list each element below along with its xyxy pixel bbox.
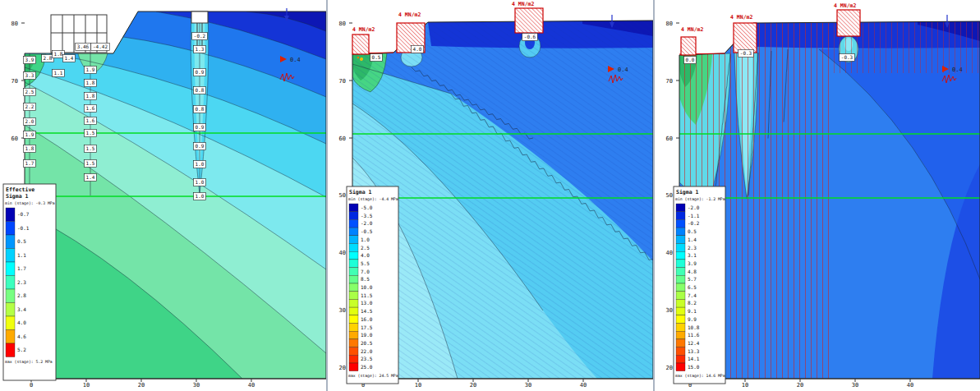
- legend: EffectiveSigma 1min (stage): -0.3 MPa-0.…: [3, 184, 56, 380]
- legend-entry-label: 12.4: [688, 340, 700, 346]
- legend-entry-label: 3.9: [688, 260, 697, 266]
- legend-swatch: [349, 363, 358, 371]
- query-value: 1.5: [86, 130, 95, 136]
- query-value: 1.0: [196, 161, 205, 167]
- structure-outline: [191, 12, 208, 23]
- load-label: 4 MN/m2: [730, 14, 752, 21]
- legend-entry-label: 19.0: [361, 332, 373, 338]
- legend-swatch: [6, 303, 15, 317]
- panel-sigma1-stage2: 010203040807060504030200.40.54.0-0.64 MN…: [328, 0, 653, 391]
- legend-entry-label: -0.1: [17, 225, 30, 231]
- legend-entry-label: 14.1: [688, 356, 700, 361]
- legend-entry-label: 4.8: [688, 269, 697, 274]
- legend-swatch: [6, 316, 15, 330]
- legend-swatch: [349, 260, 358, 268]
- query-value: 0.8: [196, 106, 205, 112]
- legend-swatch: [676, 292, 685, 300]
- query-value: 1.3: [196, 46, 205, 52]
- legend-swatch: [6, 262, 15, 276]
- y-tick-label: 60: [666, 136, 673, 142]
- legend-entry-label: 1.0: [361, 237, 370, 242]
- y-tick-label: 70: [12, 78, 18, 85]
- stress-contour-plot: 010203040807060504030200.40.54.0-0.64 MN…: [328, 0, 653, 391]
- direction-arrow-label: 0.4: [952, 67, 963, 73]
- legend-entry-label: 4.6: [17, 334, 26, 339]
- analysis-workspace: 010203040807060504030200.43.93.32.52.22.…: [0, 0, 980, 391]
- legend-entry-label: 22.0: [361, 348, 373, 354]
- legend-swatch: [676, 363, 685, 371]
- legend-entry-label: 4.0: [17, 320, 26, 325]
- legend-swatch: [676, 212, 685, 220]
- query-value: -0.3: [841, 54, 853, 60]
- query-value: 1.6: [86, 117, 95, 123]
- legend-title: Sigma 1: [6, 193, 28, 200]
- query-value: 1.8: [54, 51, 63, 57]
- x-tick-label: 10: [415, 382, 421, 389]
- legend-entry-label: 5.7: [688, 276, 697, 282]
- legend-entry-label: -3.5: [361, 213, 373, 218]
- legend-entry-label: 2.3: [17, 279, 26, 285]
- legend-swatch: [6, 222, 15, 236]
- legend-swatch: [676, 347, 685, 356]
- legend-swatch: [676, 236, 685, 244]
- load-label: 4 MN/m2: [398, 12, 421, 18]
- x-tick-label: 20: [797, 382, 803, 389]
- legend-entry-label: 8.2: [688, 300, 697, 306]
- legend-swatch: [6, 343, 15, 357]
- query-value: 0.9: [196, 143, 205, 149]
- footing-hatch: [681, 37, 696, 55]
- legend-entry-label: -0.7: [17, 211, 30, 217]
- legend-swatch: [349, 228, 358, 236]
- legend-swatch: [349, 244, 358, 252]
- legend-entry-label: -5.0: [361, 205, 373, 210]
- legend-entry-label: 2.3: [688, 245, 697, 251]
- y-tick-label: 80: [666, 21, 673, 27]
- y-tick-label: 80: [12, 21, 18, 27]
- x-tick-label: 30: [193, 382, 200, 389]
- query-value: 1.0: [196, 193, 205, 199]
- x-tick-label: 30: [525, 382, 531, 389]
- load-label: 4 MN/m2: [352, 26, 375, 33]
- query-value: -4.42: [93, 44, 108, 49]
- query-value: 1.8: [86, 93, 95, 99]
- query-value: 1.4: [65, 55, 74, 61]
- legend-entry-label: 4.0: [361, 252, 370, 258]
- y-tick-label: 20: [339, 365, 346, 371]
- query-value: 0.5: [372, 54, 381, 60]
- x-tick-label: 40: [248, 382, 255, 389]
- legend-entry-label: -0.2: [688, 220, 700, 226]
- query-value: 1.9: [25, 131, 35, 137]
- query-value: 1.7: [25, 160, 35, 166]
- legend-swatch: [676, 204, 685, 212]
- legend-swatch: [6, 276, 15, 290]
- legend-entry-label: 1.1: [17, 252, 26, 258]
- legend-swatch: [676, 315, 685, 324]
- footing-hatch: [837, 10, 860, 36]
- legend-entry-label: 3.4: [17, 306, 26, 312]
- y-tick-label: 60: [12, 136, 18, 142]
- legend-entry-label: -2.0: [688, 205, 700, 210]
- query-value: 1.5: [86, 160, 95, 166]
- legend-swatch: [676, 219, 685, 228]
- legend-swatch: [349, 307, 358, 315]
- legend-swatch: [676, 275, 685, 283]
- legend-swatch: [676, 331, 685, 339]
- legend-swatch: [349, 251, 358, 260]
- query-value: 2.8: [44, 55, 53, 61]
- legend-entry-label: 0.5: [688, 228, 697, 234]
- query-value: 1.1: [54, 70, 63, 76]
- legend-entry-label: 15.0: [688, 364, 700, 370]
- legend-entry-label: 13.3: [688, 348, 700, 354]
- x-tick-label: 40: [580, 382, 587, 389]
- y-tick-label: 40: [666, 250, 673, 256]
- legend-entry-label: 16.0: [361, 316, 373, 322]
- legend-entry-label: 13.0: [361, 300, 373, 306]
- legend-entry-label: 7.4: [688, 292, 697, 298]
- query-value: 0.8: [196, 87, 205, 93]
- legend-title: Sigma 1: [349, 189, 371, 196]
- legend-swatch: [349, 219, 358, 228]
- legend-entry-label: 17.5: [361, 324, 373, 330]
- y-tick-label: 70: [339, 78, 346, 85]
- y-tick-label: 30: [339, 307, 346, 314]
- query-value: 1.8: [25, 145, 35, 151]
